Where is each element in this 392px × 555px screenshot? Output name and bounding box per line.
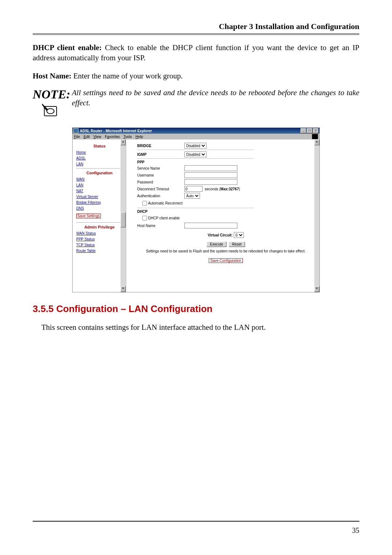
ppp-label: PPP	[137, 160, 184, 164]
section-body: This screen contains settings for LAN in…	[41, 322, 359, 332]
menu-help[interactable]: Help	[135, 135, 143, 139]
sidebar-link-ppp-status[interactable]: PPP Status	[76, 237, 123, 241]
password-label: Password	[137, 180, 184, 184]
minimize-button[interactable]: _	[301, 128, 306, 133]
auto-reconnect-checkbox[interactable]	[142, 201, 147, 206]
chapter-header: Chapter 3 Installation and Configuration	[33, 22, 359, 35]
paragraph-dhcp: DHCP client enable: Check to enable the …	[33, 42, 359, 63]
menu-tools[interactable]: Tools	[123, 135, 132, 139]
sidebar-link-bridge-filtering[interactable]: Bridge Filtering	[76, 200, 123, 204]
scroll-thumb[interactable]	[121, 212, 126, 227]
scroll-up-icon[interactable]: ▴	[121, 139, 126, 145]
sidebar-status-title: Status	[76, 144, 123, 148]
auto-reconnect-label: Automatic Reconnect	[148, 201, 183, 205]
sidebar-link-adsl[interactable]: ADSL	[76, 156, 123, 160]
service-name-input[interactable]	[184, 165, 237, 171]
igmp-select[interactable]: Disabled	[184, 151, 207, 157]
menu-edit[interactable]: Edit	[83, 135, 90, 139]
hostname-field-label: Host Name	[137, 224, 184, 228]
username-input[interactable]	[184, 172, 237, 178]
note-icon-text: NOTE:	[33, 88, 70, 101]
sidebar-link-wan[interactable]: WAN	[76, 177, 123, 181]
sidebar-link-lan2[interactable]: LAN	[76, 183, 123, 187]
auth-label: Authentication	[137, 194, 184, 198]
menu-file[interactable]: FFileile	[74, 135, 80, 139]
sidebar-link-virtual-server[interactable]: Virtual Server	[76, 195, 123, 199]
titlebar: ADSL Router - Microsoft Internet Explore…	[73, 128, 319, 134]
svg-point-1	[47, 109, 54, 114]
dhcp-label: DHCP client enable:	[33, 43, 102, 52]
menubar: FFileile Edit View Favorites Tools Help	[73, 134, 319, 139]
note-block: NOTE: All settings need to be saved and …	[33, 88, 359, 120]
dhcp-client-label: DHCP client enable	[148, 216, 180, 220]
sidebar-link-nat[interactable]: NAT	[76, 189, 123, 193]
page-number: 35	[352, 526, 359, 535]
footer-rule	[33, 521, 359, 522]
sidebar-link-wan-status[interactable]: WAN Status	[76, 231, 123, 235]
execute-button[interactable]: Execute	[207, 242, 226, 247]
sidebar-config-title: Configuration	[76, 171, 123, 175]
sidebar-link-tcp-status[interactable]: TCP Status	[76, 243, 123, 247]
main-panel: BRIDGE Disabled IGMP Disabled PPP Servic…	[126, 139, 319, 292]
dhcp-client-checkbox[interactable]	[142, 216, 147, 220]
vc-label: Virtual Circuit:	[208, 233, 233, 237]
main-scroll-down-icon[interactable]: ▾	[314, 286, 319, 292]
ie-app-icon	[73, 128, 78, 133]
section-heading: 3.5.5 Configuration – LAN Configuration	[33, 303, 359, 315]
sidebar-admin-title: Admin Privilege	[76, 225, 123, 229]
menu-favorites[interactable]: Favorites	[105, 135, 120, 139]
sidebar-link-dns[interactable]: DNS	[76, 206, 123, 210]
password-input[interactable]	[184, 179, 237, 185]
sidebar: Status Home ADSL LAN Configuration WAN L…	[73, 139, 126, 292]
hostname-body: Enter the name of your work group.	[72, 72, 183, 80]
main-scrollbar[interactable]: ▴ ▾	[314, 139, 319, 292]
main-scroll-up-icon[interactable]: ▴	[314, 139, 319, 145]
hostname-input[interactable]	[184, 223, 237, 228]
note-icon: NOTE:	[33, 88, 69, 120]
sidebar-save-settings[interactable]: Save Settings	[76, 214, 101, 218]
bridge-select[interactable]: Disabled	[184, 143, 207, 149]
disconnect-input[interactable]	[184, 186, 203, 192]
save-caption: Settings need to be saved to Flash and t…	[137, 249, 314, 253]
window-title: ADSL Router - Microsoft Internet Explore…	[80, 129, 300, 133]
username-label: Username	[137, 173, 184, 177]
dhcp-section-label: DHCP	[137, 210, 184, 214]
disconnect-label: Disconnect Timeout	[137, 187, 184, 191]
ie-logo-icon	[312, 134, 318, 139]
menu-view[interactable]: View	[93, 135, 101, 139]
pen-paper-icon	[41, 101, 62, 119]
save-configuration-button[interactable]: Save Configuration	[209, 258, 242, 263]
auth-select[interactable]: Auto	[184, 193, 200, 199]
service-name-label: Service Name	[137, 166, 184, 170]
close-button[interactable]: ×	[313, 128, 319, 133]
reset-button[interactable]: Reset	[229, 242, 245, 247]
note-body: All settings need to be saved and the de…	[72, 88, 359, 108]
disconnect-suffix: seconds (Max:32767)	[205, 187, 240, 191]
browser-window: ADSL Router - Microsoft Internet Explore…	[72, 127, 320, 292]
scroll-down-icon[interactable]: ▾	[121, 286, 126, 292]
paragraph-hostname: Host Name: Enter the name of your work g…	[33, 71, 359, 81]
sidebar-link-home[interactable]: Home	[76, 150, 123, 154]
maximize-button[interactable]: □	[307, 128, 313, 133]
hostname-label: Host Name:	[33, 72, 72, 80]
bridge-label: BRIDGE	[137, 144, 184, 148]
sidebar-link-route-table[interactable]: Route Table	[76, 249, 123, 253]
sidebar-scrollbar[interactable]: ▴ ▾	[121, 139, 126, 292]
vc-select[interactable]: 0	[234, 232, 244, 238]
sidebar-link-lan[interactable]: LAN	[76, 162, 123, 166]
igmp-label: IGMP	[137, 153, 184, 157]
